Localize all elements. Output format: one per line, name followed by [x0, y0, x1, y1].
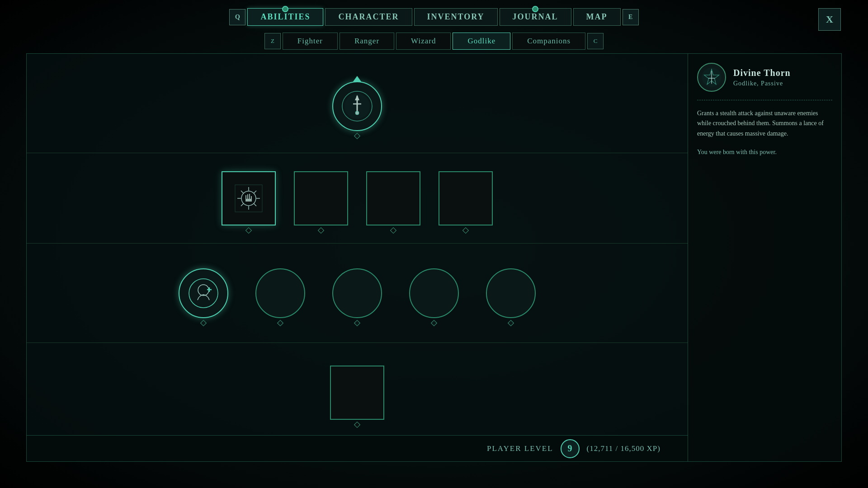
c4-diamond [431, 319, 437, 326]
ability-slot-c4[interactable] [409, 268, 459, 318]
level-badge: 9 [561, 439, 580, 458]
subtab-ranger[interactable]: Ranger [340, 33, 394, 50]
ability-slot-sq4[interactable] [439, 171, 493, 225]
ability-name: Divine Thorn [733, 68, 791, 78]
sq1-diamond [245, 227, 252, 233]
journal-notification [532, 6, 538, 12]
ability-title-block: Divine Thorn Godlike, Passive [733, 68, 791, 87]
subtab-godlike[interactable]: Godlike [453, 33, 510, 50]
c3-diamond [354, 319, 360, 326]
c1-diamond [200, 319, 207, 326]
top-ability-wrapper [323, 76, 391, 131]
ability-slot-sq3[interactable] [366, 171, 420, 225]
key-q: Q [229, 9, 245, 25]
ability-section-top [27, 54, 688, 153]
circle-row [45, 268, 670, 318]
sq4-diamond [462, 227, 469, 233]
svg-line-13 [241, 191, 244, 193]
tab-inventory[interactable]: INVENTORY [414, 8, 498, 26]
ability-slot-c5[interactable] [486, 268, 536, 318]
subtab-companions[interactable]: Companions [512, 33, 585, 50]
ability-slot-sq1[interactable] [222, 171, 276, 225]
c5-diamond [508, 319, 514, 326]
xp-text: (12,711 / 16,500 XP) [587, 444, 660, 453]
ability-subtitle: Godlike, Passive [733, 80, 791, 87]
key-e: E [623, 9, 639, 25]
tab-journal[interactable]: JOURNAL [500, 8, 571, 26]
main-content: PLAYER LEVEL 9 (12,711 / 16,500 XP) Divi… [26, 53, 842, 462]
tab-map[interactable]: MAP [573, 8, 621, 26]
subtab-wizard[interactable]: Wizard [396, 33, 451, 50]
ability-slot-c1[interactable] [179, 268, 228, 318]
ability-slot-sq2[interactable] [294, 171, 348, 225]
ability-header: Divine Thorn Godlike, Passive [697, 63, 832, 92]
c2-diamond [277, 319, 283, 326]
svg-point-17 [189, 279, 218, 308]
ability-slot-c2[interactable] [255, 268, 305, 318]
divider [697, 100, 832, 100]
key-c: C [587, 33, 604, 49]
slot-c1-icon [188, 277, 219, 309]
tab-character[interactable]: CHARACTER [325, 8, 412, 26]
svg-line-16 [241, 203, 244, 206]
top-navigation: Q ABILITIES CHARACTER INVENTORY JOURNAL … [0, 8, 868, 26]
key-z: Z [264, 33, 281, 49]
ability-section-squares [27, 153, 688, 244]
bottom-bar: PLAYER LEVEL 9 (12,711 / 16,500 XP) [27, 435, 688, 461]
ability-section-bottom [27, 343, 688, 442]
sq3-diamond [390, 227, 396, 233]
slot-sq1-icon [233, 183, 264, 214]
sub-navigation: Z Fighter Ranger Wizard Godlike Companio… [0, 33, 868, 50]
svg-line-14 [254, 203, 256, 206]
tab-abilities[interactable]: ABILITIES [247, 8, 323, 26]
right-panel: Divine Thorn Godlike, Passive Grants a s… [688, 53, 842, 462]
detail-icon [700, 66, 723, 89]
ability-thumbnail [697, 63, 726, 92]
bot1-diamond [354, 422, 360, 428]
ability-section-circles [27, 244, 688, 343]
sq2-diamond [318, 227, 324, 233]
subtab-fighter[interactable]: Fighter [283, 33, 338, 50]
level-label: PLAYER LEVEL [487, 444, 553, 453]
abilities-panel: PLAYER LEVEL 9 (12,711 / 16,500 XP) [26, 53, 688, 462]
ability-description: Grants a stealth attack against unaware … [697, 108, 832, 139]
top-slot-diamond [354, 132, 360, 139]
square-row [45, 171, 670, 225]
ability-note: You were born with this power. [697, 149, 832, 156]
ability-slot-top[interactable] [332, 81, 382, 131]
divine-thorn-icon [341, 90, 373, 122]
ability-slot-bot1[interactable] [330, 366, 384, 420]
svg-line-15 [254, 191, 256, 193]
abilities-notification [282, 6, 288, 12]
svg-point-5 [355, 111, 359, 115]
ability-slot-c3[interactable] [332, 268, 382, 318]
